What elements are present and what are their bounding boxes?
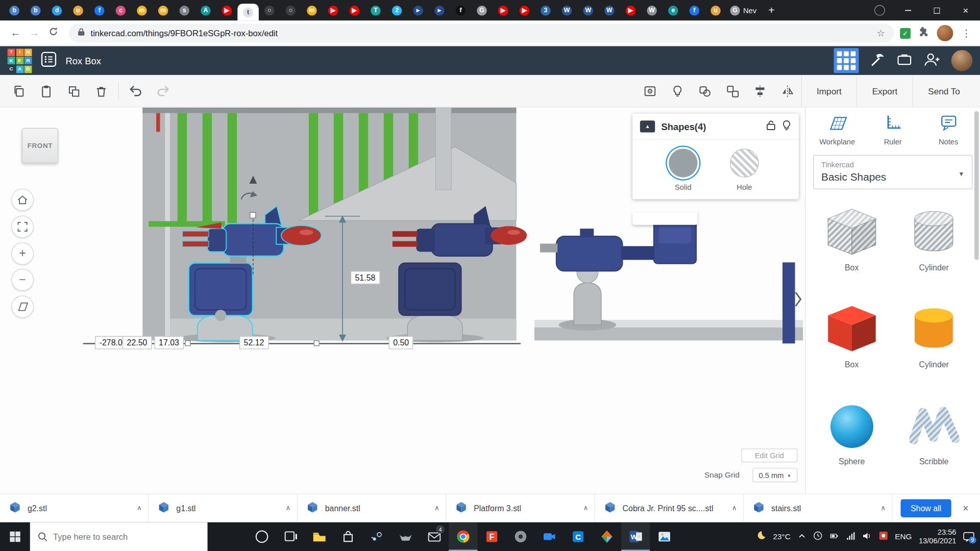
3d-viewport[interactable]: FRONT + − -278.0 22.50 17.03 52.12 0.50 … — [0, 108, 805, 494]
browser-tab[interactable]: ▶ — [514, 0, 535, 20]
volume-icon[interactable] — [862, 531, 872, 542]
extensions-puzzle-icon[interactable] — [919, 27, 929, 39]
start-button[interactable] — [0, 522, 30, 551]
download-item[interactable]: banner.stl∧ — [298, 494, 446, 522]
design-title[interactable]: Rox Box — [66, 55, 101, 66]
taskbar-app-photos[interactable] — [650, 522, 678, 551]
view-cube[interactable]: FRONT — [22, 128, 58, 163]
reload-button[interactable] — [44, 26, 63, 40]
blue-column[interactable] — [782, 262, 795, 343]
paste-button[interactable] — [33, 79, 60, 103]
media-controls-icon[interactable] — [874, 5, 885, 16]
browser-tab[interactable]: GNev — [726, 0, 763, 20]
omnibox[interactable]: tinkercad.com/things/9FBOR1eSGpR-rox-box… — [69, 24, 894, 43]
ungroup-button[interactable] — [719, 79, 746, 103]
browser-tab[interactable]: f — [450, 0, 472, 20]
browser-tab[interactable]: t — [237, 4, 259, 20]
download-item[interactable]: g1.stl∧ — [149, 494, 297, 522]
chevron-up-icon[interactable]: ∧ — [286, 504, 291, 512]
ruler-handle[interactable] — [185, 340, 190, 346]
bookmark-star-icon[interactable]: ☆ — [876, 28, 885, 39]
taskbar-app-app-c[interactable]: C — [564, 522, 592, 551]
minimize-button[interactable] — [894, 0, 922, 20]
scale-handle[interactable] — [250, 212, 256, 218]
language-label[interactable]: ENG — [895, 532, 912, 541]
undo-button[interactable] — [122, 79, 150, 103]
tray-chevron-up-icon[interactable] — [797, 532, 806, 541]
download-item[interactable]: g2.stl∧ — [0, 494, 149, 522]
browser-tab[interactable]: ▶ — [216, 0, 238, 20]
taskbar-app-word[interactable]: W — [621, 522, 650, 551]
browser-tab[interactable]: c — [110, 0, 132, 20]
snap-grid-dropdown[interactable]: 0.5 mm▲ — [752, 468, 797, 482]
turret-3[interactable] — [540, 221, 696, 330]
properties-menu-button[interactable] — [41, 51, 57, 70]
browser-tab[interactable]: ○ — [259, 0, 280, 20]
taskbar-app-f-app[interactable]: F — [478, 522, 506, 551]
sidebar-collapse-chevron[interactable] — [794, 290, 802, 311]
dimension-label[interactable]: 22.50 — [122, 336, 152, 349]
browser-tab[interactable]: ▶ — [344, 0, 365, 20]
browser-tab[interactable]: m — [131, 0, 153, 20]
align-button[interactable] — [746, 79, 774, 103]
taskbar-app-game[interactable] — [391, 522, 420, 551]
dimension-label[interactable]: 0.50 — [389, 336, 413, 349]
weather-moon-icon[interactable] — [755, 531, 766, 543]
hide-shape-lightbulb-icon[interactable] — [782, 119, 791, 133]
close-button[interactable]: × — [951, 0, 980, 20]
browser-tab[interactable]: d — [46, 0, 68, 20]
browser-tab[interactable]: ○ — [280, 0, 302, 20]
shape-item-cylinder[interactable]: Cylinder — [905, 303, 963, 369]
browser-tab[interactable]: m — [153, 0, 174, 20]
fit-view-button[interactable] — [11, 215, 34, 238]
browser-tab[interactable]: 3 — [535, 0, 556, 20]
taskbar-app-file-explorer[interactable] — [305, 522, 334, 551]
browser-tab[interactable]: W — [556, 0, 578, 20]
zoom-in-button[interactable]: + — [11, 242, 34, 265]
close-downloads-icon[interactable]: × — [951, 494, 980, 522]
hide-lightbulb-button[interactable] — [664, 79, 691, 103]
back-button[interactable]: ← — [6, 27, 25, 39]
export-button[interactable]: Export — [856, 75, 913, 107]
browser-tab[interactable]: b — [4, 0, 25, 20]
taskbar-app-app-diamond[interactable] — [593, 522, 621, 551]
chevron-up-icon[interactable]: ∧ — [434, 504, 439, 512]
shape-item-cylinder[interactable]: Cylinder — [905, 206, 963, 272]
browser-tab[interactable]: 2 — [386, 0, 408, 20]
taskbar-app-cortana[interactable] — [248, 522, 276, 551]
browser-tab[interactable]: ▶ — [493, 0, 514, 20]
battery-icon[interactable] — [829, 531, 840, 542]
shape-library-dropdown[interactable]: Tinkercad Basic Shapes ▼ — [813, 155, 972, 189]
chevron-up-icon[interactable]: ∧ — [732, 504, 737, 512]
action-center-icon[interactable]: 9 — [963, 531, 975, 542]
solid-swatch[interactable]: Solid — [669, 148, 697, 191]
forward-button[interactable]: → — [25, 27, 44, 39]
collapse-panel-button[interactable]: ▲ — [640, 120, 655, 132]
search-input[interactable] — [53, 532, 178, 541]
minecraft-pickaxe-icon[interactable] — [869, 51, 886, 70]
brick-case-icon[interactable] — [896, 51, 913, 70]
download-item[interactable]: Platform 3.stl∧ — [446, 494, 595, 522]
extension-check-icon[interactable]: ✓ — [900, 28, 911, 38]
url-text[interactable]: tinkercad.com/things/9FBOR1eSGpR-rox-box… — [91, 29, 871, 38]
profile-avatar[interactable] — [937, 25, 953, 41]
show-all-button[interactable] — [636, 79, 664, 103]
edit-grid-button[interactable]: Edit Grid — [741, 448, 797, 462]
shape-item-sphere[interactable]: Sphere — [823, 399, 880, 466]
blocks-view-button[interactable] — [834, 48, 859, 73]
browser-tab[interactable]: u — [705, 0, 726, 20]
notes-tool[interactable]: Notes — [922, 114, 975, 146]
browser-tab[interactable]: b — [25, 0, 46, 20]
taskbar-app-steam[interactable] — [362, 522, 391, 551]
ruler-handle[interactable] — [314, 340, 320, 346]
browser-tab[interactable]: ▶ — [323, 0, 344, 20]
copy-button[interactable] — [5, 79, 33, 103]
taskbar-search[interactable] — [30, 522, 208, 551]
temperature-label[interactable]: 23°C — [773, 532, 791, 541]
dimension-label[interactable]: 17.03 — [154, 336, 183, 349]
zoom-out-button[interactable]: − — [11, 269, 34, 291]
browser-tab[interactable]: ▶ — [620, 0, 642, 20]
browser-tab[interactable]: ▸ — [407, 0, 429, 20]
workplane-toggle-button[interactable] — [11, 295, 34, 318]
dimension-label[interactable]: 52.12 — [239, 336, 268, 349]
